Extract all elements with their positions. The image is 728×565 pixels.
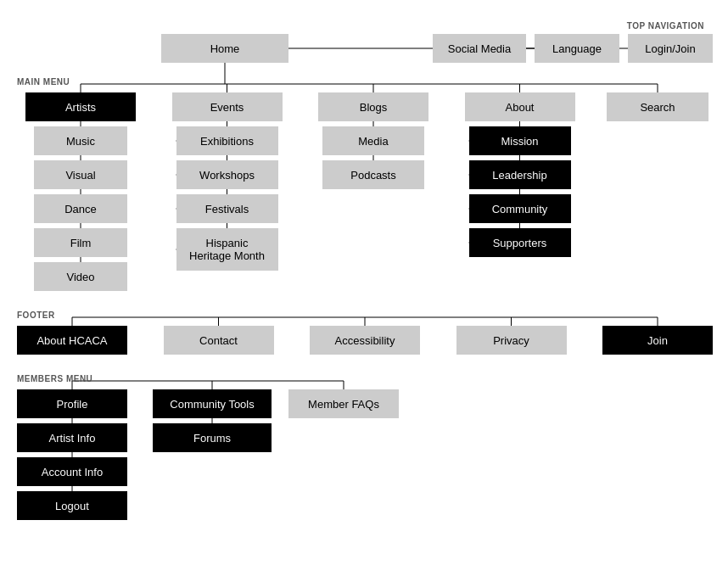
supporters-node[interactable]: Supporters — [469, 228, 571, 257]
privacy-node[interactable]: Privacy — [456, 326, 567, 355]
about-hcaca-node[interactable]: About HCACA — [17, 326, 127, 355]
dance-node[interactable]: Dance — [34, 194, 127, 223]
top-nav-label: TOP NAVIGATION — [627, 21, 704, 31]
account-info-node[interactable]: Account Info — [17, 457, 127, 486]
visual-node[interactable]: Visual — [34, 160, 127, 189]
about-node[interactable]: About — [465, 92, 575, 121]
artist-info-node[interactable]: Artist Info — [17, 423, 127, 452]
leadership-node[interactable]: Leadership — [469, 160, 571, 189]
artists-node[interactable]: Artists — [25, 92, 136, 121]
logout-node[interactable]: Logout — [17, 491, 127, 520]
podcasts-node[interactable]: Podcasts — [322, 160, 424, 189]
join-node[interactable]: Join — [602, 326, 713, 355]
profile-node[interactable]: Profile — [17, 389, 127, 418]
main-menu-label: MAIN MENU — [17, 77, 70, 87]
hispanic-heritage-node[interactable]: Hispanic Heritage Month — [176, 228, 278, 271]
community-node[interactable]: Community — [469, 194, 571, 223]
video-node[interactable]: Video — [34, 262, 127, 291]
forums-node[interactable]: Forums — [153, 423, 272, 452]
member-faqs-node[interactable]: Member FAQs — [288, 389, 399, 418]
contact-node[interactable]: Contact — [164, 326, 274, 355]
language-node[interactable]: Language — [535, 34, 619, 63]
music-node[interactable]: Music — [34, 126, 127, 155]
social-media-node[interactable]: Social Media — [433, 34, 526, 63]
members-menu-label: MEMBERS MENU — [17, 374, 92, 383]
community-tools-node[interactable]: Community Tools — [153, 389, 272, 418]
search-node[interactable]: Search — [607, 92, 708, 121]
home-node[interactable]: Home — [161, 34, 288, 63]
events-node[interactable]: Events — [172, 92, 283, 121]
festivals-node[interactable]: Festivals — [176, 194, 278, 223]
footer-label: FOOTER — [17, 310, 55, 320]
login-join-node[interactable]: Login/Join — [628, 34, 713, 63]
exhibitions-node[interactable]: Exhibitions — [176, 126, 278, 155]
accessibility-node[interactable]: Accessibility — [310, 326, 420, 355]
mission-node[interactable]: Mission — [469, 126, 571, 155]
media-node[interactable]: Media — [322, 126, 424, 155]
blogs-node[interactable]: Blogs — [318, 92, 428, 121]
film-node[interactable]: Film — [34, 228, 127, 257]
workshops-node[interactable]: Workshops — [176, 160, 278, 189]
